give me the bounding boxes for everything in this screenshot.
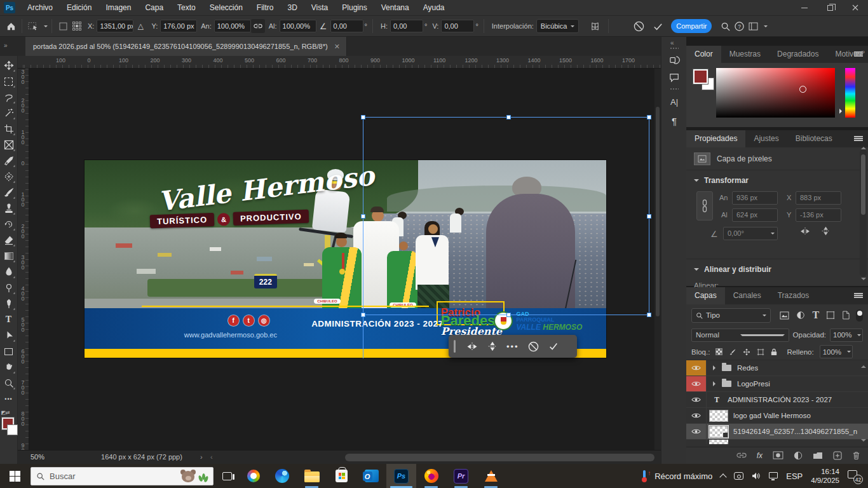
character-panel-icon[interactable]: A| (668, 95, 681, 108)
new-layer-icon[interactable] (833, 451, 842, 460)
paragraph-panel-icon[interactable]: ¶ (668, 114, 681, 127)
history-panel-icon[interactable] (668, 53, 681, 66)
shape-tool[interactable] (1, 344, 17, 359)
hand-tool[interactable] (1, 360, 17, 375)
path-select-tool[interactable] (1, 328, 17, 343)
menu-texto[interactable]: Texto (170, 0, 203, 15)
tab-capas[interactable]: Capas (686, 287, 725, 304)
commit-icon[interactable] (548, 341, 559, 351)
tool-preset-caret[interactable] (44, 25, 48, 29)
taskbar-app-firefox[interactable] (416, 464, 446, 488)
healing-tool[interactable] (1, 169, 17, 184)
pen-tool[interactable] (1, 296, 17, 311)
zoom-tool[interactable] (1, 376, 17, 391)
status-chevron-icon[interactable]: › (200, 453, 203, 461)
reference-point-grid[interactable] (70, 19, 84, 33)
hidden-icons-chevron[interactable] (721, 473, 726, 480)
delta-icon[interactable]: △ (133, 19, 147, 33)
group-expand-icon[interactable] (713, 365, 718, 370)
close-tab-icon[interactable]: ✕ (334, 43, 340, 51)
taskbar-app-photoshop[interactable]: Ps (386, 464, 416, 488)
dock-collapse-icon[interactable]: « (670, 39, 674, 46)
h-skew-input[interactable]: 0,00 (390, 20, 423, 32)
background-color-swatch[interactable] (7, 424, 18, 435)
hue-slider[interactable] (845, 68, 855, 118)
toolbar-grip[interactable] (454, 340, 456, 353)
layer-visibility-toggle[interactable] (686, 376, 707, 391)
v-skew-input[interactable]: 0,00 (441, 20, 474, 32)
y-field[interactable]: -136 px (796, 208, 841, 222)
align-section-header[interactable]: Alinear y distribuir (686, 259, 868, 278)
tab-canales[interactable]: Canales (725, 287, 770, 304)
brush-tool[interactable] (1, 185, 17, 200)
layer-row-519426149-62357-130496271855-n[interactable]: 519426149_62357...130496271855_n (686, 424, 868, 440)
help-icon[interactable]: ? (732, 19, 746, 33)
transform-handle[interactable] (361, 115, 365, 119)
crop-tool[interactable] (1, 121, 17, 137)
gradient-tool[interactable] (1, 248, 17, 264)
type-tool[interactable]: T (1, 312, 17, 327)
transform-handle[interactable] (647, 115, 651, 119)
filter-type-icon[interactable]: T (812, 309, 819, 321)
lock-all-icon[interactable] (771, 348, 777, 356)
frame-tool[interactable] (1, 137, 17, 152)
menu-ventana[interactable]: Ventana (374, 0, 416, 15)
width-input[interactable]: 100,00% (214, 20, 251, 32)
tab-color[interactable]: Color (686, 46, 721, 63)
transform-handle[interactable] (361, 214, 365, 219)
transform-edge-bottom[interactable] (363, 315, 649, 315)
blend-mode-select[interactable]: Normal (691, 329, 789, 342)
volume-icon[interactable] (752, 472, 761, 480)
taskbar-clock[interactable]: 16:14 4/9/2025 (811, 467, 839, 485)
taskbar-app-premiere[interactable]: Pr (446, 464, 476, 488)
flip-vertical-icon[interactable] (821, 226, 831, 236)
layer-effects-icon[interactable]: fx (757, 451, 763, 460)
more-tool[interactable]: ••• (1, 391, 17, 407)
share-button[interactable]: Compartir (671, 19, 712, 33)
adjustment-layer-icon[interactable] (794, 451, 803, 460)
panel-menu-icon[interactable] (854, 136, 863, 141)
layer-visibility-toggle[interactable] (686, 424, 707, 439)
minimize-button[interactable] (792, 0, 817, 15)
angle-input[interactable]: 0,00 (330, 20, 363, 32)
layer-thumbnail[interactable] (709, 410, 728, 422)
magic-wand-tool[interactable] (1, 105, 17, 121)
meet-now-icon[interactable] (734, 472, 743, 480)
restore-button[interactable] (817, 0, 843, 15)
layer-visibility-toggle[interactable] (686, 392, 707, 407)
canvas-horizontal-scrollbar[interactable] (345, 454, 654, 461)
cancel-transform-icon[interactable] (632, 19, 646, 33)
opacity-field[interactable]: 100% (830, 329, 863, 342)
clone-stamp-tool[interactable] (1, 201, 17, 216)
canvas-document[interactable]: 222 Valle Hermoso TURÍSTICO & PRODUCTIVO… (85, 160, 606, 358)
menu-edicion[interactable]: Edición (60, 0, 98, 15)
new-group-icon[interactable] (813, 452, 823, 459)
dodge-tool[interactable] (1, 280, 17, 295)
lock-transparency-icon[interactable] (715, 348, 722, 356)
menu-vista[interactable]: Vista (304, 0, 335, 15)
lasso-tool[interactable] (1, 90, 17, 105)
horizontal-ruler[interactable]: 1000100200300400500600700800900100011001… (18, 56, 661, 69)
search-icon[interactable] (718, 19, 732, 33)
taskbar-app-vlc[interactable] (476, 464, 506, 488)
transform-handle[interactable] (506, 313, 511, 317)
layer-row-redes[interactable]: Redes (686, 360, 868, 376)
fill-field[interactable]: 100% (820, 345, 853, 358)
layer-row-logo-gad-valle-hermoso[interactable]: logo gad Valle Hermoso (686, 408, 868, 424)
constrain-proportions-icon[interactable] (696, 191, 713, 220)
layer-filter-select[interactable]: Tipo (691, 308, 771, 323)
transform-edge-left[interactable] (363, 117, 363, 358)
lock-position-icon[interactable] (743, 348, 750, 356)
weather-widget[interactable]: ↑ Récord máximo (642, 470, 712, 482)
menu-filtro[interactable]: Filtro (250, 0, 281, 15)
transform-edge-top[interactable] (363, 117, 649, 118)
filter-adjustment-icon[interactable] (796, 309, 805, 321)
layers-scroll-up[interactable] (861, 363, 866, 368)
eyedropper-tool[interactable] (1, 153, 17, 168)
transform-handle[interactable] (647, 214, 651, 219)
menu-archivo[interactable]: Archivo (20, 0, 60, 15)
filter-image-icon[interactable] (780, 309, 789, 321)
language-indicator[interactable]: ESP (786, 471, 803, 481)
transform-handle[interactable] (506, 115, 511, 119)
interpolation-select[interactable]: Bicúbica (536, 19, 580, 33)
